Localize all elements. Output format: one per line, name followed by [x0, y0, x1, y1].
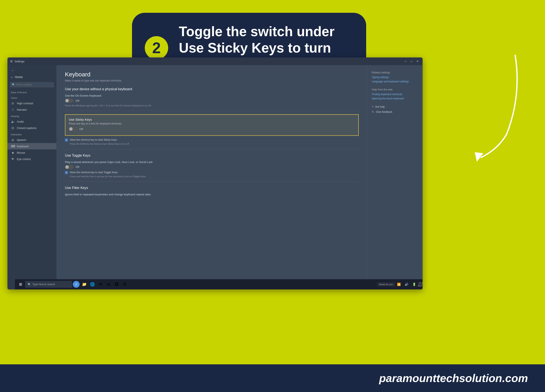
vision-category: Vision — [7, 94, 56, 100]
toggle-keys-toggle-row: Off — [65, 165, 359, 169]
home-icon: ⌂ — [11, 75, 12, 79]
toggle-keys-state: Off — [76, 165, 79, 169]
battery-icon[interactable]: 🔋 — [411, 281, 417, 287]
sticky-keys-checkbox-hint: Press the Shift key five times to turn S… — [70, 142, 359, 146]
taskbar-clock: 11:59 AM 6/17/2021 — [418, 282, 423, 287]
toggle-keys-checkbox[interactable]: ✓ — [65, 171, 68, 174]
toggle-keys-checkbox-row: ✓ Allow the shortcut key to start Toggle… — [65, 171, 359, 174]
toggle-keys-section-title: Use Toggle Keys — [65, 154, 359, 158]
taskbar-app-explorer[interactable]: 📁 — [81, 281, 88, 288]
sidebar-item-closed-captions[interactable]: ⊡ Closed captions — [7, 125, 56, 131]
sticky-keys-description: Press one key at a time for keyboard sho… — [69, 122, 355, 125]
sticky-keys-checkbox-label: Allow the shortcut key to start Sticky K… — [70, 138, 117, 141]
arrow-icon — [464, 53, 524, 164]
sticky-keys-box: Use Sticky Keys Press one key at a time … — [65, 114, 359, 136]
typing-settings-link[interactable]: Typing settings — [372, 76, 418, 79]
toggle-keys-description: Play a sound whenever you press Caps Loc… — [65, 160, 359, 164]
interaction-category: Interaction — [7, 131, 56, 137]
taskbar-app-photos[interactable]: 🖼 — [113, 281, 120, 288]
opening-touch-keyboard-link[interactable]: Opening the touch keyboard — [372, 97, 418, 100]
high-contrast-icon: ⊙ — [11, 102, 15, 105]
closed-captions-icon: ⊡ — [11, 126, 15, 130]
high-contrast-label: High contrast — [17, 102, 33, 105]
related-settings-title: Related settings — [372, 71, 418, 74]
keyboard-icon: ⌨ — [11, 145, 15, 148]
toggle-keys-checkbox-label: Allow the shortcut key to start Toggle K… — [70, 171, 118, 174]
mouse-label: Mouse — [17, 151, 25, 154]
divider-3 — [65, 182, 359, 182]
brand-bar: paramounttechsolution.com — [0, 364, 545, 392]
start-button[interactable]: ⊞ — [17, 281, 24, 288]
minimize-button[interactable]: — — [403, 59, 408, 63]
taskbar-app-store[interactable]: 🛍 — [105, 281, 112, 288]
taskbar-search[interactable]: 🔍 Type here to search — [25, 281, 72, 288]
filter-keys-section-title: Use Filter Keys — [65, 186, 359, 190]
step-number: 2 — [145, 36, 168, 60]
network-icon[interactable]: 📶 — [396, 281, 402, 287]
title-bar-controls[interactable]: — □ ✕ — [403, 59, 420, 63]
toggle-keys-setting: Play a sound whenever you press Caps Loc… — [65, 160, 359, 169]
sidebar-item-audio[interactable]: 🔈 Audio — [7, 118, 56, 125]
sidebar-item-speech[interactable]: ◎ Speech — [7, 137, 56, 143]
on-screen-keyboard-state: Off — [76, 99, 79, 102]
sticky-keys-title: Use Sticky Keys — [69, 118, 355, 121]
taskbar: ⊞ 🔍 Type here to search U 📁 🌐 ✉ 🛍 🖼 ⚙ Ne… — [15, 279, 423, 289]
narrator-icon: □ — [11, 108, 15, 111]
sidebar-item-eye-control[interactable]: 👁 Eye control — [7, 156, 56, 162]
title-bar-title: Settings — [14, 60, 25, 63]
sidebar-item-keyboard[interactable]: ⌨ Keyboard — [7, 143, 56, 149]
language-keyboard-settings-link[interactable]: Language and keyboard settings — [372, 80, 418, 83]
page-subtitle: Make it easier to type and use keyboard … — [65, 79, 359, 82]
taskbar-date: 6/17/2021 — [418, 284, 423, 287]
actions-section: ? Get help ✎ Give feedback — [372, 105, 418, 114]
help-section: Help from the web Finding keyboard short… — [372, 88, 418, 100]
closed-captions-label: Closed captions — [17, 126, 37, 130]
taskbar-apps: 📁 🌐 ✉ 🛍 🖼 ⚙ — [81, 281, 129, 288]
sidebar-item-mouse[interactable]: ◈ Mouse — [7, 149, 56, 156]
taskbar-app-settings[interactable]: ⚙ — [121, 281, 129, 288]
sidebar-item-high-contrast[interactable]: ⊙ High contrast — [7, 100, 56, 106]
toggle-keys-toggle[interactable] — [65, 165, 74, 169]
taskbar-time: 11:59 AM — [418, 282, 423, 284]
filter-keys-description: Ignore brief or repeated keystrokes and … — [65, 193, 359, 196]
search-input[interactable] — [16, 83, 52, 86]
right-panel: Related settings Typing settings Languag… — [367, 65, 423, 289]
taskbar-search-text: Type here to search — [32, 283, 55, 286]
give-feedback-icon: ✎ — [372, 110, 374, 114]
sidebar-item-narrator[interactable]: □ Narrator — [7, 106, 56, 113]
on-screen-keyboard-toggle[interactable] — [65, 98, 74, 103]
sticky-keys-checkbox[interactable]: ✓ — [65, 139, 68, 141]
speech-label: Speech — [17, 138, 26, 141]
taskbar-app-mail[interactable]: ✉ — [97, 281, 104, 288]
taskbar-system-icons: 📶 🔊 🔋 — [396, 281, 417, 287]
get-help-action[interactable]: ? Get help — [372, 105, 418, 109]
volume-icon[interactable]: 🔊 — [403, 281, 409, 287]
sticky-keys-toggle-row: Off — [69, 127, 355, 131]
settings-window-icon: ⚙ — [10, 60, 13, 63]
sidebar-item-home[interactable]: ⌂ Home — [7, 74, 56, 80]
finding-keyboard-shortcuts-link[interactable]: Finding keyboard shortcuts — [372, 93, 418, 96]
page-title: Keyboard — [65, 71, 359, 78]
give-feedback-action[interactable]: ✎ Give feedback — [372, 110, 418, 114]
brand-website: paramounttechsolution.com — [379, 372, 528, 385]
audio-label: Audio — [17, 120, 24, 123]
content-area: ← ⌂ Home 🔍 Ease of Access Vision ⊙ High … — [7, 65, 423, 289]
user-avatar[interactable]: U — [73, 281, 80, 288]
close-button[interactable]: ✕ — [415, 59, 420, 63]
back-button[interactable]: ← — [7, 67, 56, 74]
maximize-button[interactable]: □ — [409, 59, 414, 63]
sticky-keys-toggle[interactable] — [69, 127, 77, 131]
search-box[interactable]: 🔍 — [10, 82, 54, 87]
get-help-icon: ? — [372, 105, 373, 109]
divider-1 — [65, 111, 359, 111]
taskbar-news[interactable]: News for you — [377, 282, 395, 287]
sticky-keys-state: Off — [79, 128, 83, 131]
taskbar-app-edge[interactable]: 🌐 — [89, 281, 96, 288]
audio-icon: 🔈 — [11, 120, 15, 123]
narrator-label: Narrator — [17, 108, 27, 111]
on-screen-keyboard-label: Use the On-Screen Keyboard — [65, 94, 359, 97]
ease-of-access-category: Ease of Access — [7, 89, 56, 94]
settings-window: ⚙ Settings — □ ✕ ← ⌂ Home 🔍 — [7, 57, 423, 289]
back-icon: ← — [11, 69, 15, 72]
eye-control-icon: 👁 — [11, 157, 15, 161]
